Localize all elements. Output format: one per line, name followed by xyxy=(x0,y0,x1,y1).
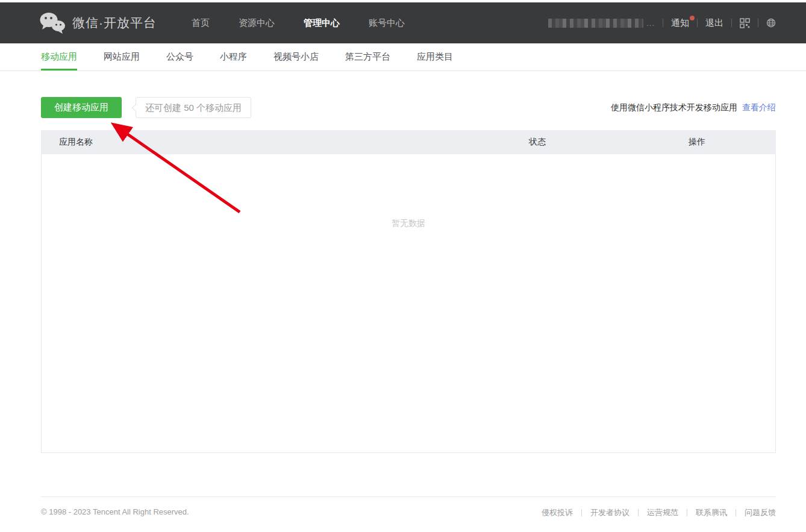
wechat-logo-icon xyxy=(39,11,66,34)
column-status: 状态 xyxy=(529,137,689,148)
footer-link-feedback[interactable]: 问题反馈 xyxy=(745,507,776,518)
toolbar-info: 使用微信小程序技术开发移动应用 查看介绍 xyxy=(611,102,776,113)
footer-separator xyxy=(638,509,639,516)
header-separator xyxy=(758,19,758,27)
header-separator xyxy=(663,19,663,27)
logout-link[interactable]: 退出 xyxy=(705,17,723,29)
nav-resource-center[interactable]: 资源中心 xyxy=(239,17,275,29)
column-action: 操作 xyxy=(689,137,776,148)
blurred-account-name[interactable] xyxy=(548,19,643,28)
wechat-open-platform-page: 微信·开放平台 首页 资源中心 管理中心 账号中心 ... 通知 退出 xyxy=(0,0,806,532)
app-type-tabbar: 移动应用 网站应用 公众号 小程序 视频号小店 第三方平台 应用类目 xyxy=(0,43,806,71)
top-header: 微信·开放平台 首页 资源中心 管理中心 账号中心 ... 通知 退出 xyxy=(0,2,806,43)
main-nav: 首页 资源中心 管理中心 账号中心 xyxy=(192,17,405,29)
notice-label: 通知 xyxy=(671,17,689,28)
quota-tooltip: 还可创建 50 个移动应用 xyxy=(136,97,251,118)
footer-separator xyxy=(581,509,582,516)
tab-channels-shop[interactable]: 视频号小店 xyxy=(273,43,319,70)
footer-link-operation-rules[interactable]: 运营规范 xyxy=(647,507,678,518)
app-table-body: 暂无数据 xyxy=(41,154,776,453)
footer-separator xyxy=(687,509,687,516)
qr-code-icon[interactable] xyxy=(740,18,750,28)
footer-divider xyxy=(41,496,776,497)
tab-app-category[interactable]: 应用类目 xyxy=(417,43,453,70)
column-app-name: 应用名称 xyxy=(41,137,529,148)
footer-link-developer-agreement[interactable]: 开发者协议 xyxy=(590,507,629,518)
nav-management-center[interactable]: 管理中心 xyxy=(304,17,340,29)
tab-third-party-platform[interactable]: 第三方平台 xyxy=(345,43,390,70)
tab-website-app[interactable]: 网站应用 xyxy=(104,43,140,70)
view-intro-link[interactable]: 查看介绍 xyxy=(742,102,776,112)
copyright-text: © 1998 - 2023 Tencent All Right Reserved… xyxy=(41,507,189,516)
info-text: 使用微信小程序技术开发移动应用 xyxy=(611,102,737,112)
tab-mini-program[interactable]: 小程序 xyxy=(220,43,247,70)
nav-account-center[interactable]: 账号中心 xyxy=(369,17,405,29)
notification-dot xyxy=(690,16,695,20)
footer-link-infringement[interactable]: 侵权投诉 xyxy=(542,507,573,518)
footer-links: 侵权投诉 开发者协议 运营规范 联系腾讯 问题反馈 xyxy=(542,507,776,518)
account-name-ellipsis: ... xyxy=(646,19,655,28)
footer-separator xyxy=(736,509,736,516)
brand-title: 微信·开放平台 xyxy=(72,14,157,31)
header-separator xyxy=(731,19,732,27)
tab-official-account[interactable]: 公众号 xyxy=(166,43,193,70)
globe-icon[interactable] xyxy=(766,18,776,28)
empty-state-text: 暂无数据 xyxy=(42,154,775,229)
header-separator xyxy=(697,19,698,27)
tab-mobile-app[interactable]: 移动应用 xyxy=(41,43,77,70)
create-mobile-app-button[interactable]: 创建移动应用 xyxy=(41,97,122,118)
app-table-header: 应用名称 状态 操作 xyxy=(41,130,776,154)
notice-link[interactable]: 通知 xyxy=(671,17,689,29)
header-right: ... 通知 退出 xyxy=(548,17,776,29)
footer-link-contact-tencent[interactable]: 联系腾讯 xyxy=(696,507,727,518)
nav-home[interactable]: 首页 xyxy=(192,17,210,29)
toolbar: 创建移动应用 还可创建 50 个移动应用 使用微信小程序技术开发移动应用 查看介… xyxy=(41,97,776,118)
